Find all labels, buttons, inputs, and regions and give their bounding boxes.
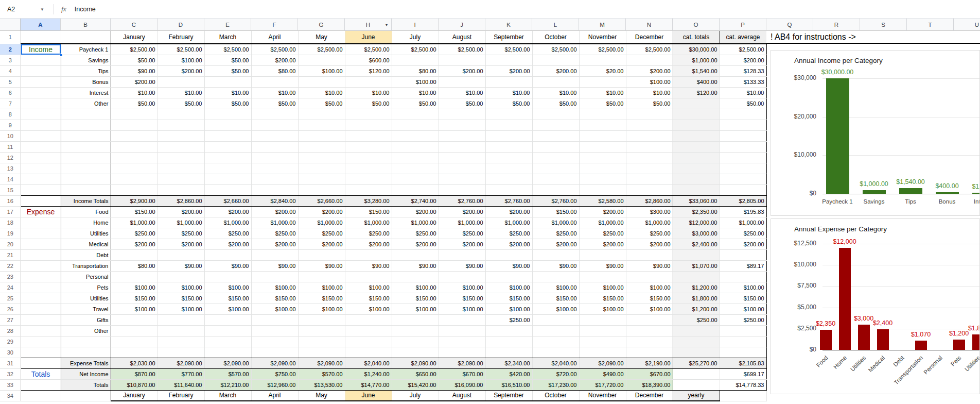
- row-header-16[interactable]: 16: [0, 195, 21, 206]
- cell[interactable]: $200.00: [579, 239, 626, 249]
- cell[interactable]: [439, 130, 485, 141]
- cell[interactable]: [626, 347, 673, 358]
- cell[interactable]: $250.00: [345, 228, 392, 239]
- cell[interactable]: $250.00: [111, 228, 157, 239]
- cell[interactable]: [485, 152, 532, 163]
- cell[interactable]: [111, 152, 157, 163]
- month-footer-march[interactable]: March: [204, 390, 251, 401]
- column-header-C[interactable]: C: [111, 19, 157, 31]
- cell[interactable]: [157, 109, 204, 120]
- cell[interactable]: [392, 336, 439, 347]
- cell[interactable]: [298, 325, 345, 336]
- cell[interactable]: $200.00: [111, 239, 157, 249]
- cell[interactable]: $100.00: [298, 65, 345, 76]
- cat-total-cell[interactable]: [673, 325, 720, 336]
- cell[interactable]: [111, 336, 157, 347]
- month-header-february[interactable]: February: [157, 31, 204, 44]
- cell[interactable]: $2,090.00: [298, 358, 345, 368]
- cell[interactable]: [251, 249, 298, 260]
- cell[interactable]: $150.00: [111, 293, 157, 304]
- cell[interactable]: $100.00: [392, 76, 439, 87]
- cell[interactable]: [251, 314, 298, 325]
- cell[interactable]: [21, 76, 61, 87]
- cell[interactable]: $200.00: [111, 76, 157, 87]
- cell[interactable]: [251, 109, 298, 120]
- cell[interactable]: [626, 271, 673, 282]
- cell[interactable]: [532, 347, 579, 358]
- cell[interactable]: [21, 336, 61, 347]
- cell[interactable]: $150.00: [204, 293, 251, 304]
- cell[interactable]: [439, 249, 485, 260]
- cell[interactable]: $2,500.00: [157, 44, 204, 55]
- cell[interactable]: [298, 249, 345, 260]
- cell[interactable]: [21, 152, 61, 163]
- cell[interactable]: [439, 76, 485, 87]
- cell[interactable]: [345, 130, 392, 141]
- cell[interactable]: $2,900.00: [111, 195, 157, 206]
- cell[interactable]: [485, 120, 532, 130]
- cat-average-cell[interactable]: [720, 271, 766, 282]
- row-label[interactable]: Medical: [61, 239, 111, 249]
- month-header-april[interactable]: April: [251, 31, 298, 44]
- cell[interactable]: $250.00: [157, 228, 204, 239]
- row-header-22[interactable]: 22: [0, 260, 21, 271]
- cell[interactable]: $10,870.00: [111, 379, 157, 390]
- cell[interactable]: [61, 390, 111, 401]
- row-header-4[interactable]: 4: [0, 65, 21, 76]
- cell[interactable]: [251, 174, 298, 184]
- cat-total-cell[interactable]: [673, 109, 720, 120]
- row-header-2[interactable]: 2: [0, 44, 21, 55]
- cat-total-cell[interactable]: $2,400.00: [673, 239, 720, 249]
- cell[interactable]: [298, 109, 345, 120]
- cat-total-cell[interactable]: $33,060.00: [673, 195, 720, 206]
- cell[interactable]: [532, 314, 579, 325]
- cell[interactable]: [111, 174, 157, 184]
- cell[interactable]: [111, 347, 157, 358]
- cell[interactable]: [439, 109, 485, 120]
- cat-total-cell[interactable]: $1,200.00: [673, 282, 720, 293]
- cat-total-cell[interactable]: [673, 98, 720, 109]
- cell[interactable]: $150.00: [111, 206, 157, 217]
- cell[interactable]: [298, 163, 345, 174]
- cell[interactable]: $100.00: [439, 282, 485, 293]
- cell[interactable]: [392, 314, 439, 325]
- cell[interactable]: [439, 174, 485, 184]
- cell[interactable]: $2,090.00: [579, 358, 626, 368]
- cell[interactable]: [61, 109, 111, 120]
- cell[interactable]: [345, 249, 392, 260]
- cat-total-cell[interactable]: [673, 152, 720, 163]
- row-label[interactable]: Net Income: [61, 368, 111, 379]
- month-footer-september[interactable]: September: [485, 390, 532, 401]
- row-header-21[interactable]: 21: [0, 249, 21, 260]
- cat-average-cell[interactable]: [720, 141, 766, 152]
- row-header-24[interactable]: 24: [0, 282, 21, 293]
- cell[interactable]: [251, 336, 298, 347]
- row-label[interactable]: Food: [61, 206, 111, 217]
- cat-average-cell[interactable]: [720, 163, 766, 174]
- cell[interactable]: $20.00: [579, 65, 626, 76]
- cell[interactable]: [21, 347, 61, 358]
- cell[interactable]: $2,340.00: [485, 358, 532, 368]
- cell[interactable]: [21, 249, 61, 260]
- cell[interactable]: [439, 184, 485, 195]
- cell[interactable]: [626, 249, 673, 260]
- cell[interactable]: $1,000.00: [298, 217, 345, 228]
- cell[interactable]: [298, 152, 345, 163]
- cell[interactable]: $2,190.00: [626, 358, 673, 368]
- row-header-12[interactable]: 12: [0, 152, 21, 163]
- cat-total-cell[interactable]: $1,540.00: [673, 65, 720, 76]
- cell[interactable]: [345, 163, 392, 174]
- row-label[interactable]: Utilities: [61, 293, 111, 304]
- cell[interactable]: $200.00: [626, 239, 673, 249]
- cell[interactable]: [532, 130, 579, 141]
- cell[interactable]: [626, 152, 673, 163]
- cat-average-cell[interactable]: $200.00: [720, 239, 766, 249]
- cell[interactable]: $100.00: [392, 304, 439, 314]
- cell[interactable]: $200.00: [251, 55, 298, 65]
- cell[interactable]: $90.00: [157, 260, 204, 271]
- cell[interactable]: [157, 163, 204, 174]
- cell[interactable]: [21, 163, 61, 174]
- cell[interactable]: [439, 163, 485, 174]
- cell[interactable]: $17,230.00: [532, 379, 579, 390]
- cat-average-cell[interactable]: $2,805.00: [720, 195, 766, 206]
